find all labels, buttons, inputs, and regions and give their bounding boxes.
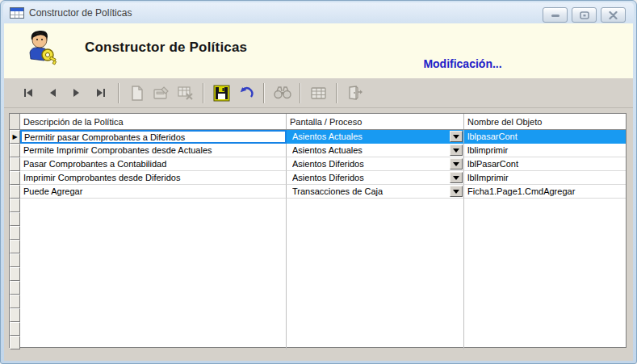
first-record-button[interactable]: [17, 82, 39, 104]
dropdown-button[interactable]: [450, 131, 463, 142]
row-selector[interactable]: [10, 253, 20, 267]
grid-view-button[interactable]: [308, 82, 329, 104]
row-selector[interactable]: [10, 267, 20, 281]
cell-objeto[interactable]: lblpasarCont: [464, 130, 626, 144]
last-record-button[interactable]: [90, 82, 111, 104]
cell-descripcion[interactable]: Permite Imprimir Comprobantes desde Actu…: [20, 144, 287, 157]
row-selector[interactable]: [10, 185, 20, 199]
chevron-down-icon: [453, 149, 459, 153]
table-row: Imprimir Comprobantes desde Diferidos As…: [10, 171, 626, 185]
combobox-value: Asientos Actuales: [292, 132, 450, 141]
column-header-objeto: Nombre del Objeto: [464, 114, 626, 129]
row-selector[interactable]: [10, 295, 20, 308]
empty-objeto-column: [464, 199, 626, 349]
row-selector[interactable]: [10, 226, 20, 240]
column-header-pantalla: Pantalla / Proceso: [287, 114, 464, 129]
cell-pantalla-combobox[interactable]: Asientos Actuales: [287, 130, 464, 144]
new-record-button[interactable]: [126, 82, 148, 104]
row-selector[interactable]: [10, 308, 20, 322]
grid-icon: [311, 87, 326, 99]
row-selector[interactable]: [10, 240, 20, 253]
policies-grid: Descripción de la Política Pantalla / Pr…: [9, 113, 627, 348]
dropdown-button[interactable]: [450, 186, 463, 197]
chevron-down-icon: [453, 135, 459, 139]
cell-descripcion[interactable]: Pasar Comprobantes a Contabilidad: [20, 157, 287, 171]
chevron-down-icon: [453, 176, 459, 180]
toolbar-separator: [263, 83, 265, 103]
delete-record-button[interactable]: [174, 82, 196, 104]
empty-descripcion-column: [20, 199, 287, 349]
row-selector[interactable]: [10, 281, 20, 295]
cell-descripcion[interactable]: Puede Agregar: [20, 185, 287, 199]
grid-header-row: Descripción de la Política Pantalla / Pr…: [10, 114, 626, 130]
combobox-value: Transacciones de Caja: [292, 186, 450, 196]
toolbar-separator: [203, 83, 204, 103]
cell-objeto[interactable]: lblimprimir: [464, 144, 626, 157]
dropdown-button[interactable]: [450, 172, 463, 183]
cell-descripcion[interactable]: Permitir pasar Comprobantes a Diferidos: [20, 130, 287, 144]
exit-button[interactable]: [344, 82, 366, 104]
toolbar-separator: [336, 83, 337, 103]
next-record-button[interactable]: [65, 82, 87, 104]
first-record-icon: [23, 88, 34, 98]
previous-record-icon: [48, 88, 57, 98]
undo-button[interactable]: [235, 82, 257, 104]
cell-descripcion[interactable]: Imprimir Comprobantes desde Diferidos: [20, 171, 287, 185]
header-band: Constructor de Políticas Modificación...: [4, 23, 633, 78]
cell-objeto[interactable]: lblImprimir: [464, 171, 626, 185]
chevron-down-icon: [453, 162, 459, 166]
window-title: Constructor de Políticas: [29, 7, 132, 19]
current-row-marker-icon: ▶: [12, 134, 17, 140]
exit-door-icon: [347, 86, 363, 100]
row-selector[interactable]: [10, 171, 20, 185]
row-selector[interactable]: [10, 212, 20, 226]
row-selector-header: [10, 114, 20, 129]
row-selector[interactable]: [10, 199, 20, 212]
app-window: Constructor de Políticas: [0, 0, 637, 364]
cell-pantalla-combobox[interactable]: Transacciones de Caja: [287, 185, 464, 199]
combobox-value: Asientos Diferidos: [292, 159, 450, 169]
table-row: Puede Agregar Transacciones de Caja Fich…: [10, 185, 626, 199]
cell-objeto[interactable]: Ficha1.Page1.CmdAgregar: [464, 185, 626, 199]
find-button[interactable]: [271, 82, 293, 104]
toolbar-separator: [300, 83, 301, 103]
row-selector[interactable]: [10, 322, 20, 336]
maximize-icon: [580, 11, 589, 19]
minimize-button[interactable]: [543, 7, 568, 23]
page-title: Constructor de Políticas: [85, 40, 247, 56]
combobox-value: Asientos Actuales: [292, 145, 450, 155]
cell-pantalla-combobox[interactable]: Asientos Actuales: [287, 144, 464, 157]
cell-objeto[interactable]: lblPasarCont: [464, 157, 626, 171]
binoculars-icon: [274, 86, 291, 99]
toolbar: [4, 78, 633, 108]
grid-empty-area: [10, 199, 626, 349]
row-selector[interactable]: [10, 157, 20, 171]
undo-icon: [238, 86, 254, 99]
row-selector[interactable]: ▶: [10, 130, 20, 144]
save-button[interactable]: [211, 82, 233, 104]
close-button[interactable]: [601, 7, 626, 23]
row-selector[interactable]: [10, 336, 20, 349]
cell-pantalla-combobox[interactable]: Asientos Diferidos: [287, 157, 464, 171]
maximize-button[interactable]: [572, 7, 597, 23]
table-row: Pasar Comprobantes a Contabilidad Asient…: [10, 157, 626, 171]
new-record-icon: [131, 86, 144, 101]
dropdown-button[interactable]: [450, 144, 463, 156]
minimize-icon: [551, 12, 560, 19]
title-bar[interactable]: Constructor de Políticas: [3, 2, 634, 23]
table-row: ▶ Permitir pasar Comprobantes a Diferido…: [10, 130, 626, 144]
combobox-value: Asientos Diferidos: [292, 173, 450, 182]
column-header-descripcion: Descripción de la Política: [20, 114, 287, 129]
delete-record-icon: [178, 86, 194, 100]
cell-pantalla-combobox[interactable]: Asientos Diferidos: [287, 171, 464, 185]
row-selector[interactable]: [10, 144, 20, 157]
mode-status-label: Modificación...: [406, 57, 519, 70]
dropdown-button[interactable]: [450, 158, 463, 169]
previous-record-button[interactable]: [41, 82, 63, 104]
form-icon: [10, 7, 24, 19]
empty-pantalla-column: [287, 199, 464, 349]
edit-record-button[interactable]: [150, 82, 172, 104]
table-row: Permite Imprimir Comprobantes desde Actu…: [10, 144, 626, 157]
next-record-icon: [73, 88, 81, 98]
chevron-down-icon: [453, 190, 459, 194]
